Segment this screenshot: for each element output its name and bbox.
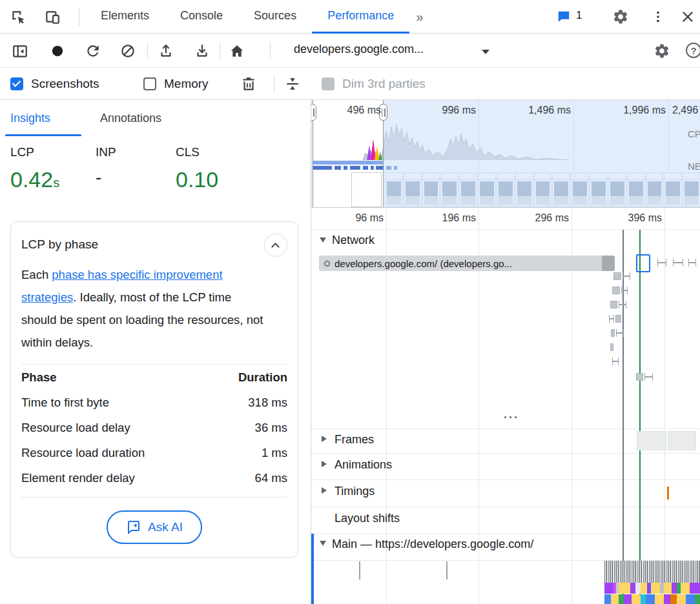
collapse-card-button[interactable]: [264, 234, 287, 257]
settings-gear-icon[interactable]: [610, 6, 632, 28]
save-profile-icon[interactable]: [191, 40, 213, 62]
tab-annotations[interactable]: Annotations: [100, 100, 161, 136]
tab-elements[interactable]: Elements: [85, 0, 165, 34]
issues-icon[interactable]: [553, 6, 575, 28]
metric-lcp[interactable]: LCP 0.42s: [10, 145, 59, 192]
collapse-sections-icon[interactable]: [282, 73, 304, 95]
home-icon[interactable]: [226, 40, 248, 62]
phase-name: Resource load duration: [21, 440, 145, 465]
metric-inp[interactable]: INP -: [96, 145, 116, 188]
expand-frames-triangle[interactable]: [322, 436, 327, 442]
track-layout-shifts-label[interactable]: Layout shifts: [335, 512, 400, 525]
record-button[interactable]: [46, 40, 68, 62]
help-icon[interactable]: ?: [686, 43, 700, 58]
network-request-whisker[interactable]: [644, 373, 653, 381]
screenshot-thumb[interactable]: [351, 172, 382, 207]
checkbox-disabled-icon: [322, 77, 335, 90]
flame-chart-row[interactable]: [604, 583, 700, 594]
toolbar-separator: [147, 42, 148, 60]
selected-tab-underline: [5, 134, 81, 136]
record-and-reload-button[interactable]: [82, 40, 104, 62]
tab-console[interactable]: Console: [165, 0, 238, 34]
main-thread-task[interactable]: [446, 561, 448, 579]
timeline-main[interactable]: 96 ms 196 ms 296 ms 396 ms Network devel…: [311, 208, 700, 604]
network-request-whisker[interactable]: [619, 301, 626, 308]
tab-sources[interactable]: Sources: [238, 0, 312, 34]
ask-ai-icon: [126, 519, 141, 535]
track-frames-label[interactable]: Frames: [335, 433, 374, 447]
timeline-pane: 496 ms 996 ms 1,496 ms 1,996 ms 2,496 ms…: [311, 100, 700, 604]
toggle-sidebar-icon[interactable]: [9, 40, 31, 62]
network-request-bar[interactable]: developers.google.com/ (developers.go...: [319, 256, 615, 271]
kebab-menu-icon[interactable]: [647, 6, 669, 28]
tab-insights[interactable]: Insights: [10, 100, 50, 136]
metric-cls[interactable]: CLS 0.10: [176, 145, 218, 192]
track-animations-label[interactable]: Animations: [335, 458, 392, 472]
phase-duration: 36 ms: [255, 415, 287, 440]
collect-garbage-icon[interactable]: [238, 73, 260, 95]
selection-left-handle[interactable]: [311, 104, 316, 121]
network-request-bar[interactable]: [612, 287, 620, 294]
request-favicon-gear: [323, 259, 331, 268]
screenshots-checkbox[interactable]: Screenshots: [10, 77, 99, 91]
network-request-bar[interactable]: [611, 329, 615, 337]
collapse-network-triangle[interactable]: [320, 237, 326, 243]
network-request-bar[interactable]: [610, 301, 617, 308]
track-separator: [311, 453, 700, 454]
metric-label: CLS: [176, 145, 218, 159]
network-request-whisker[interactable]: [688, 259, 696, 267]
track-timings-label[interactable]: Timings: [335, 485, 375, 498]
collapse-main-triangle[interactable]: [320, 541, 326, 546]
more-tabs-button[interactable]: »: [409, 0, 429, 34]
network-activity-bar: [313, 161, 383, 165]
track-network-label[interactable]: Network: [332, 234, 375, 247]
network-request-whisker[interactable]: [616, 329, 624, 337]
dim-3rd-parties-checkbox[interactable]: Dim 3rd parties: [322, 77, 426, 91]
network-request-whisker[interactable]: [612, 357, 619, 365]
timing-mark[interactable]: [667, 487, 669, 499]
main-thread-task[interactable]: [359, 561, 360, 579]
device-toolbar-button[interactable]: [41, 6, 63, 28]
network-request-bar[interactable]: [615, 315, 621, 323]
tab-performance[interactable]: Performance: [312, 0, 409, 34]
cpu-lane-label: CPU: [688, 128, 700, 139]
overview-dim-right: [384, 100, 700, 208]
overview-tick: 1,996 ms: [612, 105, 666, 116]
network-request-bar[interactable]: [610, 343, 613, 351]
memory-checkbox[interactable]: Memory: [143, 77, 209, 91]
expand-timings-triangle[interactable]: [322, 487, 327, 494]
close-devtools-icon[interactable]: [677, 6, 699, 28]
load-profile-icon[interactable]: [155, 40, 177, 62]
frame-block[interactable]: [637, 431, 666, 450]
flame-chart-row[interactable]: [604, 594, 700, 604]
capture-settings-gear-icon[interactable]: [651, 40, 673, 62]
devtools-tabs: Elements Console Sources Performance »: [85, 0, 429, 34]
network-request-bar[interactable]: [636, 373, 643, 381]
checkbox-unchecked-icon: [143, 77, 156, 90]
perf-options-bar: Screenshots Memory Dim 3rd parties: [0, 68, 700, 100]
network-request-whisker[interactable]: [623, 272, 630, 280]
overview-tick: 996 ms: [422, 105, 476, 116]
network-overflow-expander[interactable]: ...: [495, 408, 528, 421]
metric-label: LCP: [10, 145, 59, 159]
selected-request-outline[interactable]: [636, 254, 650, 272]
network-request-whisker[interactable]: [673, 259, 683, 267]
frame-block[interactable]: [668, 431, 696, 450]
toolbar-separator: [79, 8, 79, 26]
phase-name: Resource load delay: [21, 415, 130, 440]
main-thread-task-cluster[interactable]: [604, 561, 700, 583]
network-request-whisker[interactable]: [621, 287, 628, 294]
phase-name: Element render delay: [21, 465, 135, 490]
perf-toolbar: developers.google.com... ?: [0, 34, 700, 68]
network-request-bar[interactable]: [613, 272, 621, 280]
network-request-whisker[interactable]: [657, 259, 666, 267]
clear-button[interactable]: [117, 40, 139, 62]
inspect-element-button[interactable]: [7, 6, 29, 28]
grid-line: [664, 208, 665, 604]
track-main-label[interactable]: Main — https://developers.google.com/: [332, 538, 533, 551]
history-dropdown-value: developers.google.com...: [294, 43, 424, 56]
timeline-overview[interactable]: 496 ms 996 ms 1,496 ms 1,996 ms 2,496 ms…: [311, 100, 700, 208]
expand-animations-triangle[interactable]: [322, 461, 327, 467]
ask-ai-button[interactable]: Ask AI: [107, 510, 202, 544]
network-request-whisker[interactable]: [609, 315, 614, 323]
